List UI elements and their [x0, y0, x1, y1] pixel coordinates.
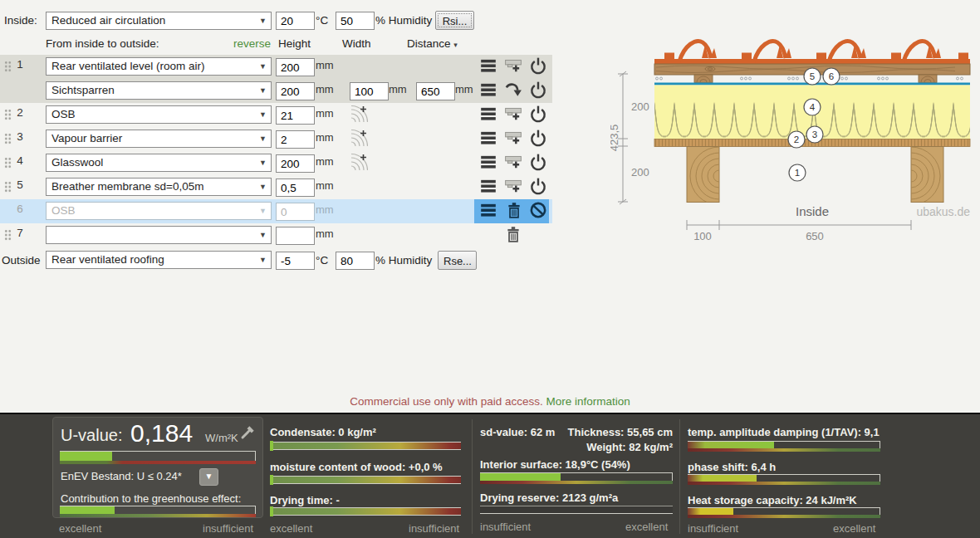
moisture-gauge — [270, 476, 461, 484]
thickness-input[interactable] — [276, 58, 315, 76]
width-column-header: Width — [342, 37, 371, 50]
inside-temp-unit: °C — [316, 14, 328, 27]
rsi-button[interactable]: Rsi... — [435, 11, 474, 30]
scale-insufficient: insufficient — [203, 522, 253, 535]
outside-label: Outside — [2, 254, 41, 267]
reverse-link[interactable]: reverse — [233, 37, 271, 50]
layer-menu-button[interactable] — [479, 201, 497, 219]
thickness-input-disabled[interactable] — [276, 203, 315, 221]
drag-handle[interactable] — [4, 181, 12, 193]
u-value-gauge — [60, 451, 256, 464]
material-select[interactable]: Breather membrane sd=0,05m▼ — [46, 178, 272, 196]
wrench-icon[interactable] — [238, 424, 256, 443]
material-select[interactable]: ▼ — [46, 226, 272, 244]
direction-label: From inside to outside: — [46, 37, 159, 50]
mm-unit: mm — [316, 203, 334, 216]
layer-row-4: 4 Glasswool▼ mm — [0, 151, 552, 175]
damping-gauge — [688, 441, 880, 452]
insert-layer-button[interactable] — [504, 56, 522, 75]
scale-insufficient: insufficient — [688, 522, 738, 535]
disable-layer-button[interactable] — [529, 153, 547, 171]
insert-layer-button[interactable] — [504, 177, 522, 195]
inside-boundary-select[interactable]: Reduced air circulation ▼ — [46, 12, 272, 30]
layer-menu-button[interactable] — [479, 105, 497, 123]
u-value-unit: W/m²K — [205, 432, 238, 444]
distance-column-header[interactable]: Distance ▾ — [407, 37, 458, 50]
material-select[interactable]: Rear ventilated level (room air)▼ — [46, 57, 272, 76]
distance-input[interactable] — [416, 82, 455, 100]
layer-menu-button[interactable] — [479, 177, 497, 195]
u-value: 0,184 — [130, 419, 193, 448]
disable-layer-button[interactable] — [529, 129, 547, 147]
outside-temperature-input[interactable] — [276, 252, 315, 270]
dim-rafter-depth: 200 — [631, 166, 649, 179]
thickness-input[interactable] — [276, 106, 315, 125]
chevron-down-icon: ▼ — [259, 231, 267, 239]
mm-unit: mm — [389, 83, 407, 95]
scale-insufficient: insufficient — [480, 521, 531, 533]
outside-humidity-input[interactable] — [336, 252, 375, 270]
rotate-arrow-icon[interactable] — [504, 81, 522, 99]
height-column-header: Height — [278, 37, 311, 50]
thickness-input[interactable] — [276, 179, 315, 197]
add-beams-icon[interactable] — [350, 129, 368, 147]
marker-6: 6 — [829, 71, 834, 81]
drying-reserve-gauge — [480, 506, 673, 514]
insert-layer-button[interactable] — [504, 105, 522, 123]
material-select[interactable]: Sichtsparren▼ — [46, 81, 272, 100]
disable-layer-button[interactable] — [529, 105, 547, 123]
ubakus-uvalue-calculator: Inside: Reduced air circulation ▼ °C % H… — [0, 0, 980, 538]
outside-boundary-select[interactable]: Rear ventilated roofing ▼ — [46, 251, 272, 269]
thickness-input[interactable] — [276, 154, 315, 173]
scale-insufficient: insufficient — [409, 522, 459, 535]
scale-excellent: excellent — [270, 522, 312, 535]
layer-number: 1 — [13, 58, 27, 71]
width-input[interactable] — [350, 82, 389, 100]
insert-layer-button[interactable] — [504, 153, 522, 171]
drag-handle[interactable] — [4, 157, 12, 169]
drag-handle[interactable] — [4, 61, 12, 72]
disable-layer-button[interactable] — [529, 81, 547, 99]
insert-layer-button[interactable] — [504, 129, 522, 147]
material-select[interactable]: Glasswool▼ — [46, 154, 272, 172]
layer-menu-button[interactable] — [479, 56, 497, 75]
layer-menu-button[interactable] — [479, 153, 497, 171]
chevron-down-icon: ▼ — [259, 159, 267, 167]
layer-number: 3 — [13, 130, 27, 143]
add-beams-icon[interactable] — [350, 105, 368, 123]
layer-menu-button[interactable] — [479, 81, 497, 99]
layer-number: 5 — [13, 179, 27, 191]
material-select[interactable]: Vapour barrier▼ — [46, 130, 272, 148]
drag-handle[interactable] — [4, 229, 12, 241]
mm-unit: mm — [455, 83, 473, 95]
thickness-input[interactable] — [276, 130, 315, 149]
rse-button[interactable]: Rse... — [438, 251, 477, 270]
layer-menu-button[interactable] — [479, 129, 497, 147]
disable-layer-button[interactable] — [529, 56, 547, 75]
material-select-disabled[interactable]: OSB▼ — [46, 202, 272, 220]
delete-layer-button[interactable] — [505, 201, 523, 219]
marker-1: 1 — [795, 168, 800, 178]
inside-temperature-input[interactable] — [276, 12, 315, 30]
delete-layer-button[interactable] — [504, 225, 522, 243]
condensate-gauge — [270, 442, 461, 450]
drag-handle[interactable] — [4, 109, 12, 120]
material-select[interactable]: OSB▼ — [46, 105, 272, 124]
inside-humidity-input[interactable] — [336, 12, 375, 30]
layer-number: 2 — [13, 106, 27, 119]
thickness-input[interactable] — [276, 227, 315, 245]
interior-surface-value: Interior surface: 18,9°C (54%) — [480, 458, 630, 471]
scale-excellent: excellent — [833, 522, 875, 535]
enev-dropdown-button[interactable]: ▼ — [199, 468, 218, 486]
drag-handle[interactable] — [4, 133, 12, 144]
enev-requirement: EnEV Bestand: U ≤ 0.24* — [61, 470, 182, 482]
add-beams-icon[interactable] — [350, 153, 368, 171]
moisture-value: moisture content of wood: +0,0 % — [270, 461, 443, 473]
watermark: ubakus.de — [916, 205, 970, 218]
drying-time-value: Drying time: - — [270, 494, 340, 506]
more-information-link[interactable]: More information — [546, 395, 630, 408]
blocked-icon[interactable] — [529, 201, 547, 219]
thickness-value: Thickness: 55,65 cm — [568, 426, 673, 438]
thickness-input[interactable] — [276, 82, 315, 100]
disable-layer-button[interactable] — [529, 177, 547, 195]
